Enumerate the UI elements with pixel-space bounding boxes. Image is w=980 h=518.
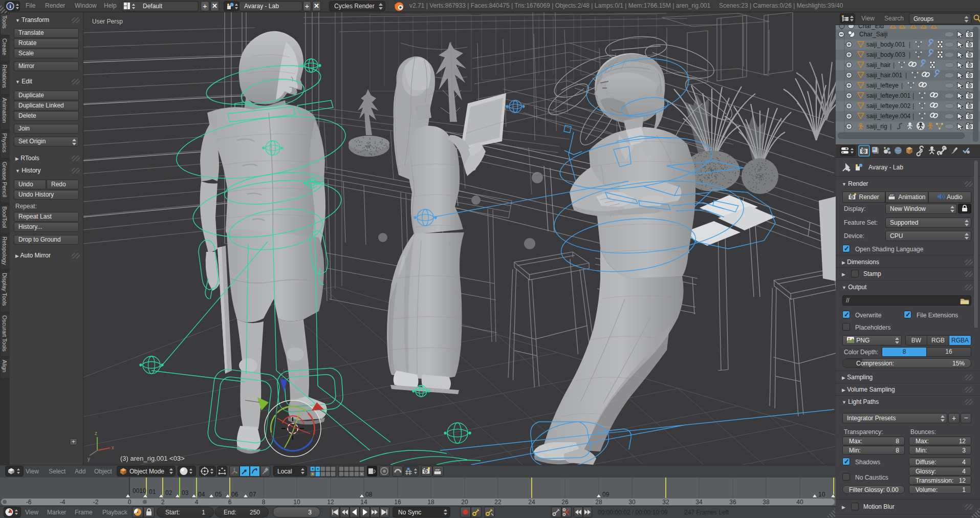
- svg-text:saiji_lefteye.002: saiji_lefteye.002: [866, 102, 910, 110]
- svg-text:10: 10: [818, 491, 825, 498]
- svg-text:6: 6: [228, 499, 232, 506]
- svg-text:38: 38: [763, 499, 770, 506]
- svg-text:|: |: [905, 72, 907, 79]
- svg-text:|: |: [912, 92, 914, 99]
- svg-text:|: |: [909, 51, 910, 58]
- svg-text:2: 2: [161, 499, 165, 506]
- svg-text:saiji_lefteye: saiji_lefteye: [866, 82, 899, 89]
- svg-text:03: 03: [182, 489, 189, 497]
- svg-text:saiji_body.001: saiji_body.001: [866, 41, 905, 48]
- svg-text:|: |: [909, 41, 910, 48]
- svg-text:|: |: [890, 123, 891, 130]
- svg-text:saiji_body.003: saiji_body.003: [866, 51, 905, 58]
- svg-text:User Persp: User Persp: [92, 18, 123, 25]
- svg-text:z: z: [95, 430, 97, 436]
- svg-text:40: 40: [796, 499, 803, 506]
- svg-text:-4: -4: [60, 499, 66, 506]
- svg-text:26: 26: [561, 499, 569, 506]
- svg-text:saiji_lefteye.004: saiji_lefteye.004: [866, 113, 910, 120]
- svg-text:36: 36: [729, 499, 736, 506]
- svg-text:24: 24: [528, 499, 535, 506]
- svg-text:22: 22: [494, 499, 502, 506]
- svg-text:-2: -2: [93, 499, 99, 506]
- svg-text:30: 30: [628, 499, 636, 506]
- svg-text:16: 16: [394, 499, 401, 506]
- svg-text:04: 04: [198, 491, 205, 498]
- svg-text:|: |: [893, 61, 895, 69]
- svg-text:09: 09: [602, 491, 609, 498]
- svg-text:02: 02: [165, 489, 172, 497]
- svg-text:|: |: [912, 102, 914, 110]
- svg-text:|: |: [901, 82, 903, 89]
- svg-text:-6: -6: [26, 499, 32, 506]
- svg-text:06: 06: [231, 491, 238, 498]
- svg-text:4: 4: [195, 499, 199, 506]
- svg-text:08: 08: [365, 491, 373, 498]
- svg-text:y: y: [88, 456, 90, 462]
- svg-text:28: 28: [595, 499, 602, 506]
- svg-text:8: 8: [262, 499, 266, 506]
- svg-text:18: 18: [427, 499, 434, 506]
- svg-text:14: 14: [360, 499, 367, 506]
- svg-text:34: 34: [695, 499, 703, 506]
- svg-text:0: 0: [128, 499, 132, 506]
- svg-text:(3) aren_rig.001 <03>: (3) aren_rig.001 <03>: [120, 455, 185, 462]
- svg-text:01: 01: [149, 488, 156, 495]
- svg-text:i: i: [9, 3, 11, 9]
- svg-text:|: |: [912, 113, 914, 120]
- svg-text:12: 12: [327, 499, 334, 506]
- svg-text:x: x: [112, 445, 114, 450]
- svg-text:0010: 0010: [133, 487, 146, 494]
- svg-text:Char_Eld: Char_Eld: [858, 25, 884, 30]
- svg-text:Char_Saiji: Char_Saiji: [859, 31, 887, 38]
- svg-text:saiji_rig: saiji_rig: [866, 123, 887, 130]
- svg-text:32: 32: [662, 499, 669, 506]
- svg-text:07: 07: [249, 491, 256, 498]
- svg-text:10: 10: [293, 499, 300, 506]
- svg-text:saiji_hair: saiji_hair: [866, 61, 890, 69]
- svg-text:05: 05: [215, 491, 222, 498]
- svg-text:saiji_hair.001: saiji_hair.001: [866, 72, 902, 79]
- svg-text:20: 20: [461, 499, 468, 506]
- svg-text:saiji_lefteye.001: saiji_lefteye.001: [866, 92, 910, 99]
